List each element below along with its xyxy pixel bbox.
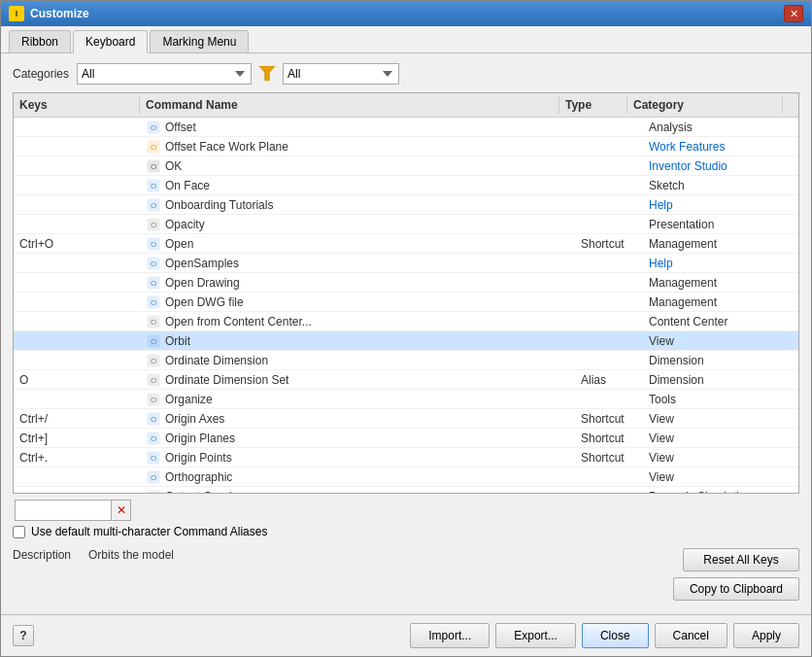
row-command-name: O Opacity xyxy=(140,216,575,233)
table-row[interactable]: O On FaceSketch xyxy=(14,176,798,195)
table-row[interactable]: O OrthographicView xyxy=(14,467,798,487)
cancel-button[interactable]: Cancel xyxy=(655,623,727,648)
row-category: Dynamic Simulation xyxy=(643,489,798,494)
row-category: Content Center xyxy=(643,314,798,329)
table-row[interactable]: O O Ordinate Dimension SetAliasDimension xyxy=(14,370,798,390)
window-title: Customize xyxy=(30,7,89,20)
main-content: Categories All All Keys Command Name Typ… xyxy=(1,53,811,614)
help-button[interactable]: ? xyxy=(13,625,34,646)
key-input[interactable] xyxy=(15,500,112,521)
row-command-name: O On Face xyxy=(140,177,575,194)
svg-text:O: O xyxy=(151,396,156,404)
row-type xyxy=(575,185,643,187)
table-row[interactable]: Ctrl+. O Origin PointsShortcutView xyxy=(14,448,798,467)
svg-text:O: O xyxy=(151,454,156,463)
row-category: View xyxy=(643,411,798,427)
row-keys: O xyxy=(14,372,140,388)
key-clear-button[interactable]: ✕ xyxy=(112,500,131,521)
table-row[interactable]: O OpenSamplesHelp xyxy=(14,254,798,273)
svg-text:O: O xyxy=(151,434,156,443)
table-header: Keys Command Name Type Category xyxy=(14,93,798,118)
table-row[interactable]: O Offset Face Work PlaneWork Features xyxy=(14,137,798,156)
svg-text:O: O xyxy=(151,357,156,365)
command-icon: O xyxy=(146,469,161,485)
command-icon: O xyxy=(146,275,161,291)
row-type xyxy=(575,165,643,167)
tab-keyboard[interactable]: Keyboard xyxy=(73,30,148,53)
apply-button[interactable]: Apply xyxy=(733,623,799,648)
row-command-name: O Origin Points xyxy=(140,449,575,467)
svg-text:O: O xyxy=(151,279,156,288)
close-window-button[interactable]: ✕ xyxy=(784,5,803,22)
row-type xyxy=(575,360,643,362)
table-row[interactable]: O Ordinate DimensionDimension xyxy=(14,351,798,370)
row-keys xyxy=(14,360,140,362)
table-row[interactable]: O Open DrawingManagement xyxy=(14,273,798,293)
tab-ribbon[interactable]: Ribbon xyxy=(9,30,71,52)
reset-all-keys-button[interactable]: Reset All Keys xyxy=(683,548,799,571)
command-icon: O xyxy=(146,178,161,193)
table-row[interactable]: O OpacityPresentation xyxy=(14,215,798,234)
row-type: Shortcut xyxy=(575,411,643,427)
table-row[interactable]: O OrbitView xyxy=(14,331,798,351)
import-button[interactable]: Import... xyxy=(410,623,490,648)
col-keys: Keys xyxy=(14,96,140,114)
app-icon: I xyxy=(9,6,24,21)
row-category: Dimension xyxy=(643,372,798,388)
copy-clipboard-button[interactable]: Copy to Clipboard xyxy=(673,577,799,601)
table-row[interactable]: O Open DWG fileManagement xyxy=(14,293,798,312)
col-scroll xyxy=(783,96,798,114)
row-category: Help xyxy=(643,197,798,213)
tab-marking-menu[interactable]: Marking Menu xyxy=(150,30,249,52)
row-type: Shortcut xyxy=(575,450,643,466)
row-category: Presentation xyxy=(643,217,798,232)
row-keys: Ctrl+. xyxy=(14,450,140,466)
command-icon: O xyxy=(146,236,161,252)
default-aliases-checkbox[interactable] xyxy=(13,526,25,538)
categories-select[interactable]: All xyxy=(77,63,252,85)
svg-text:O: O xyxy=(151,123,156,132)
footer-left: ? xyxy=(13,625,34,646)
filter-select[interactable]: All xyxy=(283,63,399,85)
row-keys xyxy=(14,262,140,264)
command-icon: O xyxy=(146,353,161,368)
table-row[interactable]: O Output GrapherDynamic Simulation xyxy=(14,487,798,493)
command-icon: O xyxy=(146,450,161,466)
command-icon: O xyxy=(146,431,161,446)
table-row[interactable]: O OrganizeTools xyxy=(14,390,798,409)
row-command-name: O Output Grapher xyxy=(140,488,575,494)
svg-text:O: O xyxy=(151,415,156,424)
row-command-name: O Organize xyxy=(140,391,575,408)
row-category: Dimension xyxy=(643,353,798,368)
table-row[interactable]: Ctrl+] O Origin PlanesShortcutView xyxy=(14,429,798,448)
commands-table: Keys Command Name Type Category O Offset… xyxy=(13,92,799,494)
command-icon: O xyxy=(146,372,161,388)
row-command-name: O Open DWG file xyxy=(140,294,575,311)
command-icon: O xyxy=(146,120,161,135)
table-row[interactable]: O Onboarding TutorialsHelp xyxy=(14,195,798,215)
command-icon: O xyxy=(146,314,161,329)
row-type: Shortcut xyxy=(575,431,643,446)
filter-row: Categories All All xyxy=(13,63,799,85)
left-col: Description Orbits the model xyxy=(13,548,663,601)
export-button[interactable]: Export... xyxy=(495,623,576,648)
table-row[interactable]: O Open from Content Center...Content Cen… xyxy=(14,312,798,331)
title-bar-left: I Customize xyxy=(9,6,89,21)
svg-text:O: O xyxy=(151,298,156,307)
row-keys xyxy=(14,340,140,342)
col-command-name: Command Name xyxy=(140,96,559,114)
row-keys xyxy=(14,321,140,323)
row-keys: Ctrl+/ xyxy=(14,411,140,427)
row-type xyxy=(575,282,643,284)
command-icon: O xyxy=(146,256,161,271)
close-button[interactable]: Close xyxy=(582,623,649,648)
table-row[interactable]: Ctrl+/ O Origin AxesShortcutView xyxy=(14,409,798,429)
row-type xyxy=(575,262,643,264)
table-row[interactable]: O OffsetAnalysis xyxy=(14,118,798,137)
table-row[interactable]: Ctrl+O O OpenShortcutManagement xyxy=(14,234,798,254)
row-command-name: O Orthographic xyxy=(140,468,575,486)
checkbox-label: Use default multi-character Command Alia… xyxy=(31,525,267,538)
table-row[interactable]: O OKInventor Studio xyxy=(14,156,798,176)
command-icon: O xyxy=(146,411,161,427)
svg-text:O: O xyxy=(151,201,156,210)
